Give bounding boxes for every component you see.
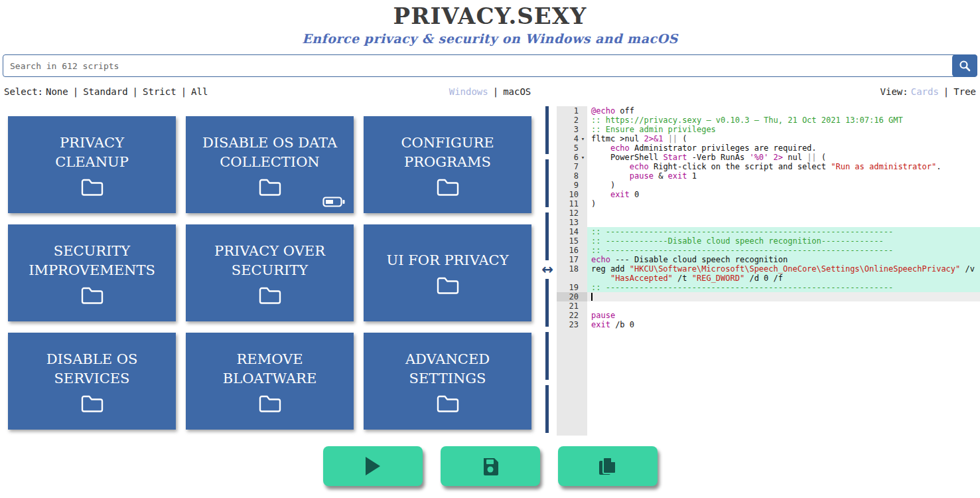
code-line[interactable]: 20 [557, 292, 980, 301]
line-number: 16 [557, 246, 587, 255]
search-button[interactable] [952, 54, 977, 77]
card-title: CONFIGURE PROGRAMS [378, 133, 517, 172]
folder-icon [436, 276, 460, 295]
line-number: 13 [557, 218, 587, 227]
line-number: 17 [557, 255, 587, 264]
editor-filler [557, 329, 980, 436]
view-label: View: [880, 86, 908, 97]
category-card[interactable]: DISABLE OS DATA COLLECTION [186, 116, 354, 213]
code-text [587, 301, 980, 311]
line-number: 18 [557, 264, 587, 274]
category-card[interactable]: PRIVACY CLEANUP [8, 116, 176, 213]
battery-icon [322, 196, 345, 208]
fold-icon[interactable]: ▾ [579, 134, 587, 143]
line-number: 14 [557, 227, 587, 236]
code-line[interactable]: 14:: -----------------------------------… [557, 227, 980, 236]
line-number: 15 [557, 236, 587, 246]
category-card[interactable]: PRIVACY OVER SECURITY [186, 224, 354, 321]
search-input[interactable] [3, 54, 977, 77]
search-icon [959, 60, 971, 72]
code-line[interactable]: 13 [557, 218, 980, 227]
search-bar [3, 54, 977, 77]
category-card[interactable]: REMOVE BLOATWARE [186, 333, 354, 430]
fold-icon[interactable]: ▾ [579, 153, 587, 162]
code-text: ) [587, 199, 980, 208]
code-text: :: https://privacy.sexy — v0.10.3 — Thu,… [587, 116, 980, 125]
run-button[interactable] [323, 446, 423, 486]
line-number: 8 [557, 171, 587, 181]
toolbar: Select:None|Standard|Strict|All Windows|… [4, 85, 976, 98]
category-card[interactable]: DISABLE OS SERVICES [8, 333, 176, 430]
category-card[interactable]: ADVANCED SETTINGS [364, 333, 531, 430]
code-line[interactable]: 21 [557, 301, 980, 311]
code-line[interactable]: 19:: -----------------------------------… [557, 283, 980, 292]
separator: | [73, 86, 78, 97]
code-text: :: -------------------------------------… [587, 227, 980, 236]
code-editor[interactable]: 1@echo off2:: https://privacy.sexy — v0.… [557, 105, 980, 436]
separator: | [181, 86, 186, 97]
header: PRIVACY.SEXY Enforce privacy & security … [0, 0, 980, 46]
code-line[interactable]: 22pause [557, 311, 980, 320]
select-label: Select: [4, 86, 43, 97]
card-title: PRIVACY CLEANUP [23, 133, 161, 172]
code-text: :: -------------------------------------… [587, 283, 980, 292]
page-title: PRIVACY.SEXY [0, 3, 980, 29]
code-line[interactable]: 9 ) [557, 181, 980, 190]
line-number: 9 [557, 181, 587, 190]
text-cursor [591, 293, 593, 301]
os-option-windows[interactable]: Windows [449, 86, 488, 97]
code-line[interactable]: 18reg add "HKCU\Software\Microsoft\Speec… [557, 264, 980, 274]
code-text: exit /b 0 [587, 320, 980, 329]
view-option-tree[interactable]: Tree [953, 86, 976, 97]
select-option-none[interactable]: None [46, 86, 68, 97]
line-number: 19 [557, 283, 587, 292]
resize-handle-icon[interactable]: ↔ [537, 261, 557, 278]
select-option-strict[interactable]: Strict [143, 86, 176, 97]
save-button[interactable] [441, 446, 540, 486]
code-text: :: Ensure admin privileges [587, 125, 980, 134]
panel-divider: ↔ [539, 105, 557, 436]
line-number: 12 [557, 208, 587, 218]
code-line[interactable]: 4▾fltmc >nul 2>&1 || ( [557, 134, 980, 143]
line-number: 22 [557, 311, 587, 320]
code-line[interactable]: 17echo --- Disable cloud speech recognit… [557, 255, 980, 264]
code-line[interactable]: 11) [557, 199, 980, 208]
code-text: "HasAccepted" /t "REG_DWORD" /d 0 /f [587, 274, 980, 283]
select-group: Select:None|Standard|Strict|All [4, 86, 449, 97]
category-card[interactable]: CONFIGURE PROGRAMS [364, 116, 531, 213]
code-line[interactable]: 23exit /b 0 [557, 320, 980, 329]
divider-line [545, 106, 549, 262]
code-line[interactable]: 15:: -------------Disable cloud speech r… [557, 236, 980, 246]
code-text: :: -------------Disable cloud speech rec… [587, 236, 980, 246]
os-option-macos[interactable]: macOS [503, 86, 531, 97]
page-subtitle: Enforce privacy & security on Windows an… [0, 31, 980, 46]
line-number: 2 [557, 116, 587, 125]
code-text: echo Right-click on the script and selec… [587, 162, 980, 171]
line-number: 21 [557, 301, 587, 311]
code-line[interactable]: 3:: Ensure admin privileges [557, 125, 980, 134]
category-card[interactable]: UI FOR PRIVACY [364, 224, 531, 321]
view-switch: View:Cards|Tree [531, 86, 976, 97]
category-card[interactable]: SECURITY IMPROVEMENTS [8, 224, 176, 321]
code-line[interactable]: 16:: -----------------------------------… [557, 246, 980, 255]
code-line[interactable]: 8 pause & exit 1 [557, 171, 980, 181]
copy-button[interactable] [558, 446, 658, 486]
line-number: 23 [557, 320, 587, 329]
code-line[interactable]: 2:: https://privacy.sexy — v0.10.3 — Thu… [557, 116, 980, 125]
code-line[interactable]: 1@echo off [557, 106, 980, 116]
line-number: 4▾ [557, 134, 587, 143]
select-option-all[interactable]: All [191, 86, 208, 97]
line-number: 6▾ [557, 153, 587, 162]
folder-icon [80, 286, 104, 305]
code-line[interactable]: 12 [557, 208, 980, 218]
line-number [557, 274, 587, 283]
card-title: ADVANCED SETTINGS [378, 350, 517, 388]
code-text: reg add "HKCU\Software\Microsoft\Speech_… [587, 264, 980, 274]
code-line[interactable]: 6▾ PowerShell Start -Verb RunAs '%0' 2> … [557, 153, 980, 162]
code-line[interactable]: 5 echo Administrator privileges are requ… [557, 143, 980, 153]
view-option-cards[interactable]: Cards [911, 86, 939, 97]
code-line[interactable]: 10 exit 0 [557, 190, 980, 199]
code-line[interactable]: "HasAccepted" /t "REG_DWORD" /d 0 /f [557, 274, 980, 283]
select-option-standard[interactable]: Standard [83, 86, 127, 97]
code-line[interactable]: 7 echo Right-click on the script and sel… [557, 162, 980, 171]
